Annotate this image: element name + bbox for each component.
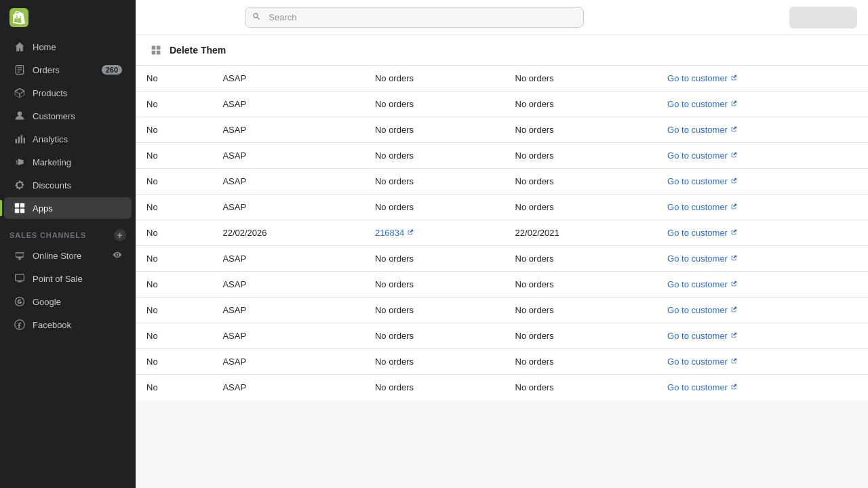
external-link-icon (730, 125, 737, 135)
go-to-customer-link[interactable]: Go to customer (667, 99, 857, 109)
sidebar-item-point-of-sale[interactable]: Point of Sale (4, 268, 132, 289)
sidebar-item-discounts-label: Discounts (33, 180, 71, 190)
topbar-right-area (789, 7, 857, 28)
go-to-customer-link[interactable]: Go to customer (667, 202, 857, 212)
cell-col1: No (136, 349, 212, 375)
marketing-icon (14, 156, 26, 168)
go-to-customer-link[interactable]: Go to customer (667, 305, 857, 315)
external-link-icon (730, 99, 737, 109)
order-link[interactable]: 216834 (375, 228, 494, 238)
sidebar-item-products[interactable]: Products (4, 82, 132, 104)
page-title: Delete Them (170, 45, 226, 56)
go-to-customer-link[interactable]: Go to customer (667, 73, 857, 83)
cell-col2: ASAP (212, 272, 363, 298)
cell-action[interactable]: Go to customer (656, 375, 868, 401)
cell-col2: ASAP (212, 169, 363, 195)
cell-action[interactable]: Go to customer (656, 349, 868, 375)
cell-col4: No orders (505, 323, 656, 349)
sidebar-item-orders[interactable]: Orders 260 (4, 59, 132, 81)
external-link-icon (407, 228, 414, 238)
cell-col2: 22/02/2026 (212, 220, 363, 246)
svg-rect-21 (157, 46, 161, 50)
go-to-customer-link[interactable]: Go to customer (667, 228, 857, 238)
cell-col3: No orders (364, 195, 505, 220)
sidebar-item-discounts[interactable]: Discounts (4, 174, 132, 196)
go-to-customer-link[interactable]: Go to customer (667, 357, 857, 367)
sidebar: Home Orders 260 Products Customers Analy… (0, 0, 136, 488)
sidebar-item-customers-label: Customers (33, 111, 75, 121)
go-to-customer-link[interactable]: Go to customer (667, 125, 857, 135)
cell-action[interactable]: Go to customer (656, 169, 868, 195)
sidebar-item-online-store[interactable]: Online Store (4, 245, 132, 266)
cell-col3[interactable]: 216834 (364, 220, 505, 246)
go-to-customer-link[interactable]: Go to customer (667, 176, 857, 186)
sidebar-item-marketing[interactable]: Marketing (4, 151, 132, 173)
cell-action[interactable]: Go to customer (656, 66, 868, 92)
sidebar-item-facebook[interactable]: Facebook (4, 314, 132, 336)
cell-action[interactable]: Go to customer (656, 272, 868, 298)
sidebar-item-orders-label: Orders (33, 65, 60, 75)
cell-action[interactable]: Go to customer (656, 298, 868, 323)
cell-action[interactable]: Go to customer (656, 117, 868, 143)
cell-col4: No orders (505, 246, 656, 272)
go-to-customer-link[interactable]: Go to customer (667, 150, 857, 161)
cell-col2: ASAP (212, 143, 363, 169)
external-link-icon (730, 253, 737, 264)
cell-col2: ASAP (212, 92, 363, 117)
sidebar-item-analytics-label: Analytics (33, 134, 68, 144)
svg-rect-13 (18, 258, 22, 259)
svg-rect-10 (20, 203, 24, 207)
go-to-customer-link[interactable]: Go to customer (667, 253, 857, 264)
table-row: NoASAPNo ordersNo ordersGo to customer (136, 375, 868, 401)
orders-badge: 260 (102, 65, 122, 75)
cell-col3: No orders (364, 117, 505, 143)
sidebar-logo (0, 0, 136, 35)
cell-col4: 22/02/2021 (505, 220, 656, 246)
cell-col1: No (136, 375, 212, 401)
sidebar-item-apps[interactable]: Apps (4, 197, 132, 219)
cell-action[interactable]: Go to customer (656, 92, 868, 117)
cell-action[interactable]: Go to customer (656, 195, 868, 220)
sidebar-item-facebook-label: Facebook (33, 320, 71, 330)
go-to-customer-link[interactable]: Go to customer (667, 331, 857, 341)
discounts-icon (14, 179, 26, 191)
sidebar-item-google[interactable]: Google (4, 291, 132, 312)
cell-col4: No orders (505, 195, 656, 220)
svg-rect-11 (15, 209, 19, 213)
cell-col1: No (136, 246, 212, 272)
table-row: NoASAPNo ordersNo ordersGo to customer (136, 349, 868, 375)
sidebar-item-pos-label: Point of Sale (33, 274, 83, 284)
table-row: NoASAPNo ordersNo ordersGo to customer (136, 323, 868, 349)
go-to-customer-link[interactable]: Go to customer (667, 382, 857, 392)
table-row: NoASAPNo ordersNo ordersGo to customer (136, 298, 868, 323)
sidebar-item-analytics[interactable]: Analytics (4, 128, 132, 150)
add-sales-channel-button[interactable]: + (114, 229, 126, 241)
cell-action[interactable]: Go to customer (656, 323, 868, 349)
cell-col1: No (136, 195, 212, 220)
cell-action[interactable]: Go to customer (656, 246, 868, 272)
cell-col1: No (136, 92, 212, 117)
external-link-icon (730, 331, 737, 341)
table-row: NoASAPNo ordersNo ordersGo to customer (136, 195, 868, 220)
cell-action[interactable]: Go to customer (656, 220, 868, 246)
sidebar-item-home[interactable]: Home (4, 36, 132, 58)
sidebar-item-marketing-label: Marketing (33, 157, 71, 167)
sidebar-item-products-label: Products (33, 88, 67, 98)
table-row: NoASAPNo ordersNo ordersGo to customer (136, 272, 868, 298)
customers-icon (14, 110, 26, 122)
search-icon (252, 12, 261, 23)
svg-rect-15 (16, 274, 24, 281)
sidebar-item-customers[interactable]: Customers (4, 105, 132, 127)
go-to-customer-link[interactable]: Go to customer (667, 279, 857, 289)
cell-col1: No (136, 298, 212, 323)
cell-col2: ASAP (212, 349, 363, 375)
svg-rect-5 (16, 139, 17, 143)
search-input[interactable] (245, 7, 584, 28)
table-row: NoASAPNo ordersNo ordersGo to customer (136, 92, 868, 117)
google-icon (14, 296, 26, 308)
cell-col4: No orders (505, 143, 656, 169)
cell-action[interactable]: Go to customer (656, 143, 868, 169)
external-link-icon (730, 228, 737, 238)
page-content: Delete Them NoASAPNo ordersNo ordersGo t… (136, 35, 868, 488)
table-row: NoASAPNo ordersNo ordersGo to customer (136, 169, 868, 195)
